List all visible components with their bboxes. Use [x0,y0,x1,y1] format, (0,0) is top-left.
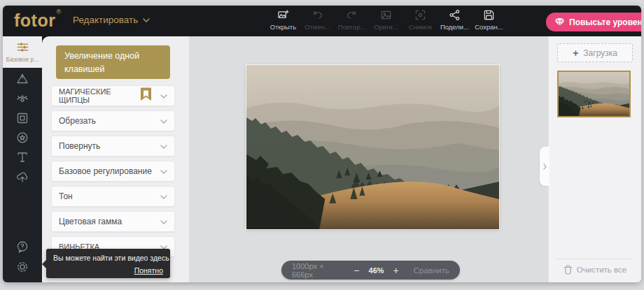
top-bar: fotor® Редактировать Открыть Отмен... По… [3,6,641,36]
section-label: Тон [59,191,73,201]
chevron-down-icon [160,191,167,201]
sidebar-item-text[interactable] [15,150,29,164]
zoom-toolbar: 1000px × 666px − 46% + Сравнить [281,261,460,280]
one-tap-enhance-button[interactable]: Увеличение одной клавишей [56,45,170,79]
sidebar-item-help[interactable] [15,240,29,254]
share-icon [449,9,461,21]
save-icon [483,9,495,21]
text-icon [15,150,29,164]
tools-panel: Увеличение одной клавишей МАГИЧЕСКИЕ ЩИП… [42,36,189,282]
clear-all-button[interactable]: Очистить все [549,265,641,275]
logo-text: fotor [14,10,55,30]
share-button[interactable]: Подели... [438,9,472,31]
undo-button[interactable]: Отмен... [300,9,335,31]
panel-collapse-tab[interactable] [540,147,550,186]
save-button[interactable]: Сохран... [472,9,506,31]
section-crop[interactable]: Обрезать [51,110,175,131]
plus-icon: + [573,48,578,58]
sidebar-item-cloud-upload[interactable] [15,170,29,184]
section-tone[interactable]: Тон [51,186,175,207]
redo-icon [346,9,358,21]
open-button[interactable]: Открыть [266,9,300,31]
tooltip-text: Вы можете найти эти видео здесь [53,254,163,262]
chevron-down-icon [143,18,150,22]
canvas-dimensions: 1000px × 666px [292,262,342,279]
section-label: Повернуть [59,141,100,151]
snapshot-label: Снимок [409,23,432,31]
chevron-down-icon [160,166,167,176]
video-hint-tooltip: Вы можете найти эти видео здесь Понятно [46,249,170,278]
panel-divider [556,259,633,259]
chevron-down-icon [160,91,167,101]
photo-canvas[interactable] [246,65,499,229]
trash-icon [564,265,573,275]
upload-label: Загрузка [583,48,617,58]
sidebar-item-settings[interactable] [15,260,29,274]
chevron-down-icon [160,217,167,226]
beauty-icon [15,92,29,106]
cloud-upload-icon [15,170,29,184]
chevron-down-icon [160,116,167,126]
open-label: Открыть [270,23,296,31]
chevron-right-icon [543,164,547,170]
section-label: Цветовая гамма [59,217,122,226]
original-icon [380,9,392,21]
zoom-out-button[interactable]: − [354,266,359,275]
frames-icon [15,111,29,125]
app-window: fotor® Редактировать Открыть Отмен... По… [3,6,641,282]
settings-icon [15,260,29,274]
open-image-icon [277,9,289,21]
registered-mark: ® [56,8,61,15]
sidebar-item-beauty[interactable] [15,92,29,106]
help-icon [15,240,29,254]
section-label: Обрезать [59,116,96,126]
editing-canvas: 1000px × 666px − 46% + Сравнить [189,36,548,282]
sidebar-item-stickers[interactable] [15,131,29,145]
section-basic-adjust[interactable]: Базовое регулирование [51,161,175,182]
stickers-icon [15,131,29,145]
bookmark-badge-icon [140,87,152,101]
icon-rail: Базовое р... [3,36,42,282]
tooltip-dismiss-link[interactable]: Понятно [134,266,163,275]
original-button[interactable]: Ориги... [369,9,403,31]
sidebar-item-basic-edit[interactable]: Базовое р... [3,36,42,68]
image-thumbnail[interactable] [557,71,631,117]
sidebar-item-basic-edit-label: Базовое р... [6,56,39,63]
save-label: Сохран... [475,23,503,31]
redo-label: Повтор... [338,23,366,31]
upgrade-button[interactable]: Повысьте уровень [546,13,641,31]
clear-all-label: Очистить все [577,266,626,274]
compare-button[interactable]: Сравнить [414,266,449,275]
original-label: Ориги... [374,23,398,31]
undo-icon [312,9,323,21]
snapshot-button[interactable]: Снимок [403,9,438,31]
share-label: Подели... [440,23,469,31]
section-label: МАГИЧЕСКИЕ ЩИПЦЫ [59,87,140,104]
zoom-in-button[interactable]: + [393,266,399,275]
section-label: Базовое регулирование [59,166,152,176]
fotor-logo[interactable]: fotor® [14,10,61,31]
redo-button[interactable]: Повтор... [335,9,369,31]
edit-menu-label: Редактировать [73,15,138,25]
section-rotate[interactable]: Повернуть [51,136,175,157]
zoom-level: 46% [369,266,384,275]
sidebar-item-effects[interactable] [15,72,29,86]
snapshot-icon [414,9,426,21]
upload-button[interactable]: + Загрузка [557,43,633,62]
edit-menu-dropdown[interactable]: Редактировать [73,15,150,25]
uploads-panel: + Загрузка Очистить все [548,36,641,282]
section-magic-clippers[interactable]: МАГИЧЕСКИЕ ЩИПЦЫ [51,85,175,106]
sliders-icon [16,41,29,54]
chevron-down-icon [160,141,167,151]
toolbar: Открыть Отмен... Повтор... Ориги... Сним… [266,9,506,31]
undo-label: Отмен... [304,23,330,31]
effects-icon [15,72,29,86]
upgrade-label: Повысьте уровень [569,17,641,27]
gem-icon [554,17,565,27]
sidebar-item-frames[interactable] [15,111,29,125]
section-color[interactable]: Цветовая гамма [51,211,175,232]
